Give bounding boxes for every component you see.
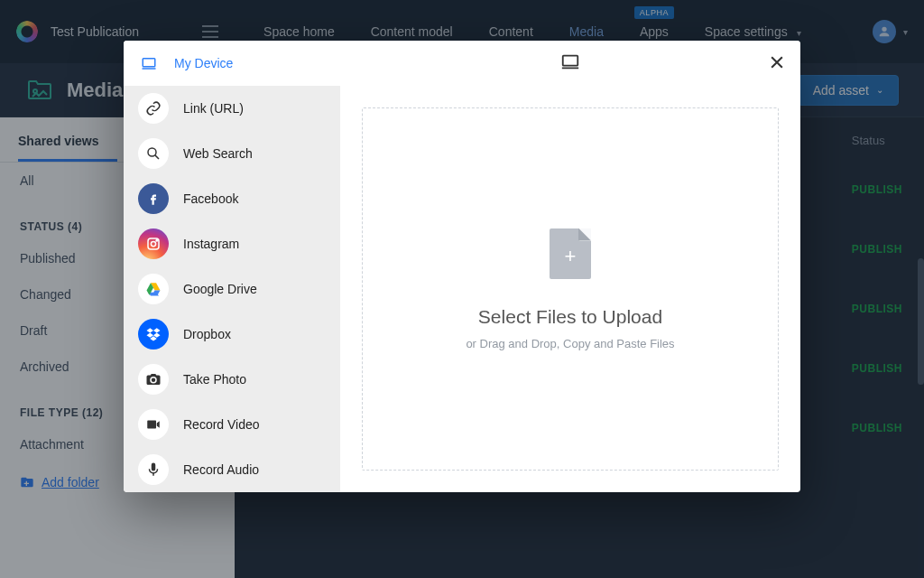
source-label: Take Photo — [183, 372, 246, 387]
source-label: Link (URL) — [183, 101, 244, 116]
source-label: Record Video — [183, 417, 260, 432]
link-icon — [138, 93, 169, 124]
source-label: Instagram — [183, 237, 239, 251]
source-label: Web Search — [183, 146, 253, 161]
source-web-search[interactable]: Web Search — [124, 131, 340, 176]
source-link[interactable]: Link (URL) — [124, 86, 340, 131]
source-facebook[interactable]: Facebook — [124, 176, 340, 221]
source-label: Facebook — [183, 191, 238, 206]
drop-subtitle: or Drag and Drop, Copy and Paste Files — [466, 337, 674, 350]
source-label: Google Drive — [183, 282, 257, 296]
upload-source-list: My Device Link (URL) Web Search Facebook… — [124, 41, 340, 492]
svg-rect-9 — [563, 56, 578, 66]
close-button[interactable] — [768, 53, 786, 75]
source-google-drive[interactable]: Google Drive — [124, 266, 340, 312]
google-drive-icon — [138, 274, 169, 304]
source-label: Dropbox — [183, 327, 231, 341]
camera-icon — [138, 364, 169, 395]
device-icon — [138, 48, 160, 79]
plus-icon: + — [565, 247, 577, 266]
source-label: My Device — [174, 56, 233, 70]
svg-rect-1 — [143, 59, 155, 67]
file-upload-icon: + — [550, 228, 591, 279]
svg-point-4 — [151, 241, 155, 246]
upload-header — [340, 41, 800, 86]
video-icon — [138, 409, 169, 440]
source-dropbox[interactable]: Dropbox — [124, 312, 340, 357]
source-my-device[interactable]: My Device — [124, 41, 340, 86]
drop-zone[interactable]: + Select Files to Upload or Drag and Dro… — [362, 107, 779, 471]
source-instagram[interactable]: Instagram — [124, 221, 340, 266]
source-record-video[interactable]: Record Video — [124, 402, 340, 447]
device-icon — [560, 51, 580, 75]
instagram-icon — [138, 228, 169, 259]
svg-point-5 — [156, 240, 158, 242]
source-label: Record Audio — [183, 462, 259, 477]
svg-point-2 — [148, 148, 156, 156]
upload-modal: My Device Link (URL) Web Search Facebook… — [124, 41, 800, 492]
search-icon — [138, 138, 169, 169]
microphone-icon — [138, 454, 169, 485]
source-take-photo[interactable]: Take Photo — [124, 357, 340, 402]
dropbox-icon — [138, 319, 169, 350]
upload-pane: + Select Files to Upload or Drag and Dro… — [340, 41, 800, 492]
facebook-icon — [138, 183, 169, 214]
source-record-audio[interactable]: Record Audio — [124, 447, 340, 492]
drop-title: Select Files to Upload — [478, 306, 662, 328]
